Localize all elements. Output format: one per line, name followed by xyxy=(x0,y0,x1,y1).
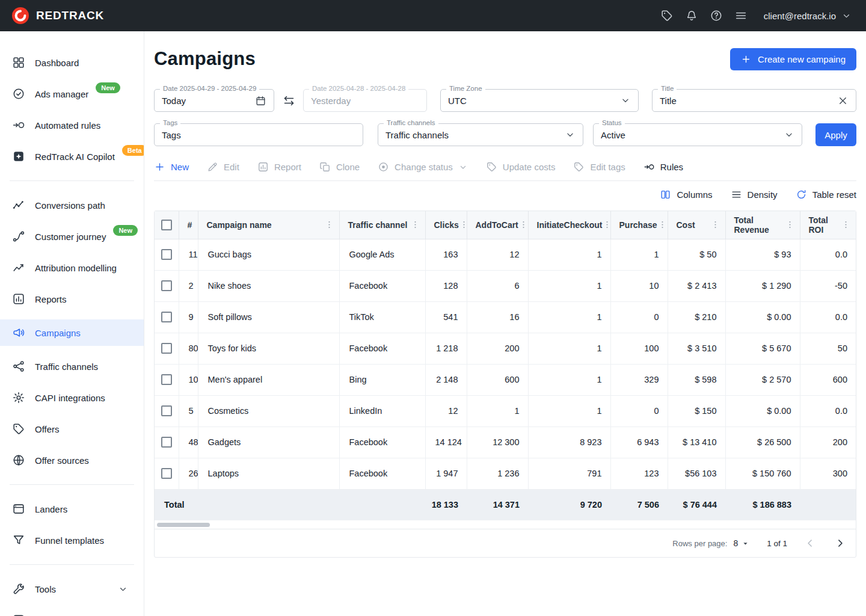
column-header-total-revenue[interactable]: Total Revenue xyxy=(725,211,800,239)
column-menu-icon[interactable] xyxy=(710,220,720,230)
column-header-total-roi[interactable]: Total ROI xyxy=(800,211,856,239)
cell-name: Nike shoes xyxy=(198,270,339,301)
title-filter-input[interactable] xyxy=(660,96,837,106)
title-filter-field[interactable]: Title xyxy=(652,89,856,112)
column-header-addtocart[interactable]: AddToCart xyxy=(467,211,528,239)
rows-per-page-select[interactable]: 8 xyxy=(733,538,750,548)
sidebar-item-ads-manager[interactable]: Ads manager New xyxy=(0,78,144,109)
column-menu-icon[interactable] xyxy=(459,220,469,230)
column-menu-icon[interactable] xyxy=(657,220,668,230)
total-revenue: $ 186 883 xyxy=(725,489,800,520)
cell-add-to-cart: 12 300 xyxy=(467,427,528,458)
cell-clicks: 1 218 xyxy=(425,333,467,364)
timezone-select[interactable]: Time Zone UTC xyxy=(440,89,639,112)
column-menu-icon[interactable] xyxy=(410,220,420,230)
report-button[interactable]: Report xyxy=(257,161,301,173)
traffic-channels-select[interactable]: Traffic channels Traffic channels xyxy=(378,123,583,146)
sidebar-item-dashboard[interactable]: Dashboard xyxy=(0,47,144,78)
column-menu-icon[interactable] xyxy=(324,220,334,230)
clone-button[interactable]: Clone xyxy=(319,161,360,173)
chevron-right-icon xyxy=(834,537,846,549)
badge: New xyxy=(113,225,138,236)
column-header-cost[interactable]: Cost xyxy=(668,211,725,239)
brand-logo[interactable]: REDTRACK xyxy=(11,6,104,25)
edit-tags-button[interactable]: Edit tags xyxy=(573,161,625,173)
sidebar-item-funnel-templates[interactable]: Funnel templates xyxy=(0,525,144,556)
cell-revenue: $ 1 290 xyxy=(725,270,800,301)
column-header-[interactable]: # xyxy=(179,211,198,239)
new-button[interactable]: New xyxy=(154,161,189,173)
apply-button[interactable]: Apply xyxy=(815,123,856,146)
column-menu-icon[interactable] xyxy=(602,220,612,230)
column-header-clicks[interactable]: Clicks xyxy=(425,211,467,239)
table-row: 80Toys for kidsFacebook1 2182001100$ 3 5… xyxy=(155,333,856,364)
select-all-checkbox[interactable] xyxy=(161,220,172,230)
sidebar-item-logs[interactable]: Logs xyxy=(0,605,144,616)
table-row: 2Nike shoesFacebook1286110$ 2 413$ 1 290… xyxy=(155,270,856,301)
cell-name: Cosmetics xyxy=(198,395,339,427)
total-add-to-cart: 14 371 xyxy=(467,489,528,520)
sidebar-item-tools[interactable]: Tools xyxy=(0,573,144,605)
density-button[interactable]: Density xyxy=(731,189,778,200)
column-menu-icon[interactable] xyxy=(518,220,529,230)
table-row: 48GadgetsFacebook14 12412 3008 9236 943$… xyxy=(155,427,856,458)
prev-page-button[interactable] xyxy=(803,536,817,550)
row-checkbox[interactable] xyxy=(161,343,172,354)
sidebar-item-offer-sources[interactable]: Offer sources xyxy=(0,445,144,476)
scrollbar-thumb[interactable] xyxy=(157,523,210,527)
account-menu[interactable]: client@redtrack.io xyxy=(764,11,852,21)
column-menu-icon[interactable] xyxy=(841,220,851,230)
change-status-button[interactable]: Change status xyxy=(378,161,468,173)
table-row: 9Soft pillowsTikTok5411610$ 210$ 0.000.0 xyxy=(155,301,856,333)
update-costs-button[interactable]: Update costs xyxy=(486,161,556,173)
sidebar-item-traffic-channels[interactable]: Traffic channels xyxy=(0,351,144,382)
column-header-traffic-channel[interactable]: Traffic channel xyxy=(339,211,425,239)
row-checkbox[interactable] xyxy=(161,280,172,291)
menu-icon[interactable] xyxy=(734,9,748,22)
edit-button[interactable]: Edit xyxy=(207,161,239,173)
cell-add-to-cart: 600 xyxy=(467,364,528,395)
column-header-campaign-name[interactable]: Campaign name xyxy=(198,211,339,239)
table-reset-button[interactable]: Table reset xyxy=(796,189,856,200)
compare-date-field[interactable]: Date 2025-04-28 - 2025-04-28 Yesterday xyxy=(303,89,427,112)
row-checkbox[interactable] xyxy=(161,249,172,260)
columns-button[interactable]: Columns xyxy=(660,189,712,200)
next-page-button[interactable] xyxy=(833,536,847,550)
sidebar-item-automated-rules[interactable]: Automated rules xyxy=(0,109,144,141)
row-checkbox[interactable] xyxy=(161,468,172,479)
cell-cost: $ 210 xyxy=(668,301,725,333)
notifications-bell-icon[interactable] xyxy=(685,9,698,22)
status-select[interactable]: Status Active xyxy=(593,123,802,146)
sidebar-item-reports[interactable]: Reports xyxy=(0,283,144,315)
sidebar-item-landers[interactable]: Landers xyxy=(0,493,144,525)
rules-button[interactable]: Rules xyxy=(643,161,683,173)
pricing-tag-icon[interactable] xyxy=(660,9,674,22)
column-header-purchase[interactable]: Purchase xyxy=(610,211,668,239)
sidebar-item-attribution-modelling[interactable]: Attribution modelling xyxy=(0,252,144,283)
sidebar-item-capi-integrations[interactable]: CAPI integrations xyxy=(0,382,144,413)
create-campaign-button[interactable]: Create new campaing xyxy=(730,48,856,70)
cell-initiate-checkout: 1 xyxy=(528,270,610,301)
cell-id: 9 xyxy=(179,301,198,333)
row-checkbox-cell xyxy=(155,458,179,489)
date-range-field[interactable]: Date 2025-04-29 - 2025-04-29 Today xyxy=(154,89,274,112)
help-icon[interactable] xyxy=(710,9,723,22)
sidebar-item-offers[interactable]: Offers xyxy=(0,413,144,445)
sidebar-item-redtrack-ai-copilot[interactable]: RedTrack AI Copilot Beta xyxy=(0,141,144,172)
sidebar-item-conversions-path[interactable]: Conversions path xyxy=(0,189,144,221)
sidebar-item-campaigns[interactable]: Campaigns xyxy=(0,319,144,346)
cell-purchase: 329 xyxy=(610,364,668,395)
row-checkbox[interactable] xyxy=(161,312,172,322)
sidebar-item-customer-journey[interactable]: Customer journey New xyxy=(0,221,144,252)
row-checkbox[interactable] xyxy=(161,437,172,448)
clear-icon[interactable] xyxy=(837,95,849,106)
cell-revenue: $ 93 xyxy=(725,239,800,270)
column-menu-icon[interactable] xyxy=(785,220,795,230)
total-clicks: 18 133 xyxy=(425,489,467,520)
row-checkbox[interactable] xyxy=(161,405,172,416)
column-header-initiatecheckout[interactable]: InitiateCheckout xyxy=(528,211,610,239)
cell-channel: LinkedIn xyxy=(339,395,425,427)
compare-dates-button[interactable] xyxy=(274,94,303,107)
row-checkbox[interactable] xyxy=(161,374,172,385)
tags-field[interactable]: Tags Tags xyxy=(154,123,363,146)
